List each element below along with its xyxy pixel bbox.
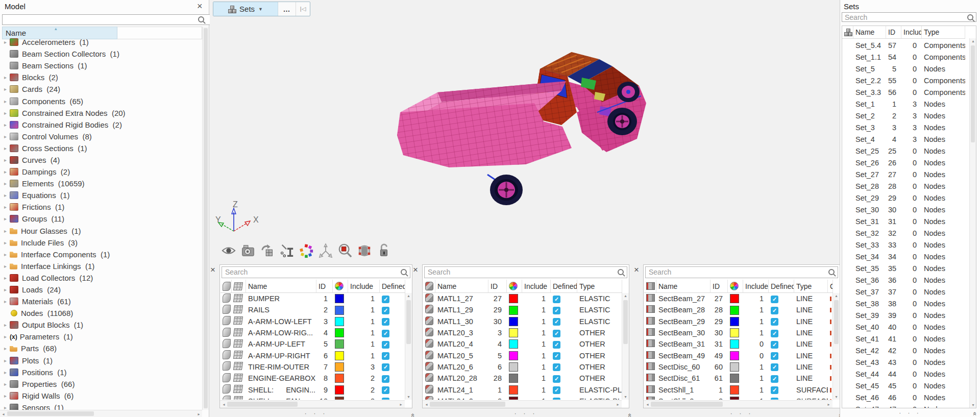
tree-item-curves[interactable]: ▸Curves (4) <box>1 154 201 166</box>
checkbox-checked-icon[interactable]: ✓ <box>771 363 778 371</box>
color-swatch[interactable] <box>730 385 739 395</box>
color-swatch[interactable] <box>335 351 344 360</box>
tree-item-loads[interactable]: ▸Loads (24) <box>1 284 201 296</box>
tree-item-groups[interactable]: ▸Groups (11) <box>1 213 201 225</box>
color-swatch[interactable] <box>730 317 739 326</box>
checkbox-checked-icon[interactable]: ✓ <box>553 375 560 383</box>
table-row[interactable]: MATL24_221✓ELASTIC-PLASTI <box>423 396 622 400</box>
sets-vertical-scrollbar[interactable]: ▴ ▾ <box>969 38 976 408</box>
checkbox-checked-icon[interactable]: ✓ <box>771 330 778 337</box>
set-row[interactable]: Set_443Nodes <box>842 133 965 145</box>
tree-item-components[interactable]: ▸Components (65) <box>1 95 201 107</box>
tree-item-materials[interactable]: ▸Materials (61) <box>1 296 201 307</box>
tree-item-positions[interactable]: ▸Positions (1) <box>1 366 201 378</box>
expand-arrow-icon[interactable]: ▸ <box>1 334 10 339</box>
set-row[interactable]: Set_40400Nodes <box>842 321 965 333</box>
sets-col-type[interactable]: Type <box>922 26 965 38</box>
color-swatch[interactable] <box>509 397 518 400</box>
set-row[interactable]: Set_30300Nodes <box>842 204 965 215</box>
tree-item-equations[interactable]: ▸Equations (1) <box>1 189 201 201</box>
color-swatch[interactable] <box>509 362 518 372</box>
color-swatch[interactable] <box>509 317 518 326</box>
set-row[interactable]: Set_1.1540Components <box>842 51 965 63</box>
checkbox-checked-icon[interactable]: ✓ <box>771 307 778 314</box>
checkbox-checked-icon[interactable]: ✓ <box>382 307 389 314</box>
expand-arrow-icon[interactable]: ▸ <box>1 240 10 246</box>
tree-item-control-volumes[interactable]: ▸Control Volumes (8) <box>1 131 201 142</box>
more-options-button[interactable]: … <box>278 2 296 16</box>
color-swatch[interactable] <box>509 385 518 395</box>
tree-horizontal-scrollbar[interactable]: ◂ ▸ <box>0 410 202 417</box>
expand-arrow-icon[interactable]: ▸ <box>1 122 10 128</box>
table-row[interactable]: SectDisc_61611✓LINE <box>644 373 833 384</box>
table-row[interactable]: TIRE-RIM-OUTER73✓ <box>220 361 405 373</box>
set-row[interactable]: Set_35350Nodes <box>842 262 965 274</box>
color-swatch[interactable] <box>335 328 344 337</box>
tree-item-beam-section-collectors[interactable]: Beam Section Collectors (1) <box>1 48 201 60</box>
color-swatch[interactable] <box>335 362 344 372</box>
checkbox-checked-icon[interactable]: ✓ <box>553 307 560 314</box>
set-row[interactable]: Set_29290Nodes <box>842 192 965 204</box>
view-eye-icon[interactable] <box>221 243 236 258</box>
expand-arrow-icon[interactable]: ▸ <box>1 405 10 410</box>
table-header[interactable]: NameIDIncludeDefined <box>220 280 405 293</box>
table-row[interactable]: MATL20_28281✓OTHER <box>423 373 622 384</box>
set-row[interactable]: Set_26260Nodes <box>842 157 965 168</box>
color-swatch[interactable] <box>509 328 518 337</box>
color-swatch[interactable] <box>509 339 518 349</box>
set-row[interactable]: Set_32320Nodes <box>842 227 965 239</box>
tree-item-sensors[interactable]: ▸Sensors (1) <box>1 402 201 410</box>
table-horizontal-scrollbar[interactable]: ◂▸ <box>423 400 622 408</box>
tree-item-frictions[interactable]: ▸Frictions (1) <box>1 201 201 213</box>
tree-item-beam-sections[interactable]: Beam Sections (1) <box>1 60 201 71</box>
table-vertical-scrollbar[interactable]: ▴▾ <box>622 293 629 400</box>
checkbox-checked-icon[interactable]: ✓ <box>553 386 560 394</box>
close-icon[interactable]: × <box>634 265 639 275</box>
panel-resize-dots[interactable]: · · · <box>220 409 412 417</box>
set-row[interactable]: Set_31310Nodes <box>842 215 965 227</box>
expand-arrow-icon[interactable]: ▸ <box>1 393 10 399</box>
close-icon[interactable]: × <box>197 1 203 11</box>
color-swatch[interactable] <box>730 362 739 372</box>
tree-vertical-scrollbar[interactable] <box>202 27 209 410</box>
set-row[interactable]: Set_37370Nodes <box>842 286 965 298</box>
panel-resize-dots[interactable]: · · · <box>423 409 629 417</box>
table-row[interactable]: MATL1_27271✓ELASTIC <box>423 293 622 304</box>
expand-arrow-icon[interactable]: ▸ <box>1 228 10 234</box>
table-row[interactable]: SHELL: ENGIN...92✓ <box>220 384 405 395</box>
color-swatch[interactable] <box>730 374 739 383</box>
checkbox-checked-icon[interactable]: ✓ <box>382 375 389 383</box>
close-icon[interactable]: × <box>413 265 418 275</box>
table-row[interactable]: MATL20_331✓OTHER <box>423 327 622 338</box>
tree-item-blocks[interactable]: ▸Blocks (2) <box>1 71 201 83</box>
table-row[interactable]: MATL1_29291✓ELASTIC <box>423 304 622 315</box>
set-row[interactable]: Set_36360Nodes <box>842 274 965 286</box>
tree-item-plots[interactable]: ▸Plots (1) <box>1 355 201 366</box>
expand-arrow-icon[interactable]: ▸ <box>1 263 10 269</box>
table-row[interactable]: SectBeam_31310✓LINE <box>644 338 833 350</box>
sets-dropdown-button[interactable]: Sets ▼ <box>213 2 278 16</box>
set-row[interactable]: Set_223Nodes <box>842 110 965 121</box>
table-search-input[interactable]: Search <box>424 266 627 278</box>
tree-item-include-files[interactable]: ▸Include Files (3) <box>1 237 201 249</box>
expand-arrow-icon[interactable]: ▸ <box>1 134 10 139</box>
table-row[interactable]: SHELL: FAN102✓ <box>220 396 405 400</box>
table-row[interactable]: SectShll_111✓SURFACE <box>644 384 833 395</box>
tree-item-output-blocks[interactable]: ▸Output Blocks (1) <box>1 319 201 331</box>
set-row[interactable]: Set_42420Nodes <box>842 345 965 356</box>
tree-item-cross-sections[interactable]: ▸Cross Sections (1) <box>1 142 201 154</box>
edit-section-icon[interactable] <box>279 243 295 258</box>
set-row[interactable]: Set_27270Nodes <box>842 168 965 180</box>
color-swatch[interactable] <box>730 339 739 349</box>
color-swatch[interactable] <box>730 397 739 400</box>
rotate-view-icon[interactable] <box>357 243 372 258</box>
color-swatch[interactable] <box>335 294 344 303</box>
color-swatch[interactable] <box>509 294 518 303</box>
color-swatch[interactable] <box>509 306 518 315</box>
table-search-input[interactable]: Search <box>222 266 410 278</box>
truck-mesh-model[interactable] <box>357 31 684 245</box>
color-swatch[interactable] <box>335 374 344 383</box>
checkbox-checked-icon[interactable]: ✓ <box>771 318 778 326</box>
expand-arrow-icon[interactable]: ▸ <box>1 322 10 328</box>
checkbox-checked-icon[interactable]: ✓ <box>771 296 778 303</box>
